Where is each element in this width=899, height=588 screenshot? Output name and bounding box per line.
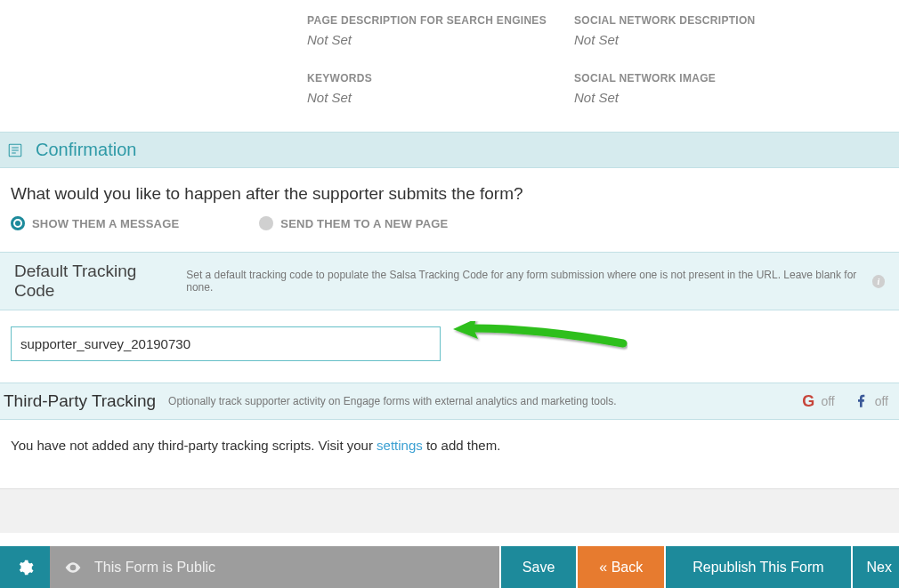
- third-party-title: Third-Party Tracking: [4, 391, 156, 411]
- google-state: off: [821, 394, 834, 408]
- meta-value: Not Set: [307, 32, 574, 47]
- annotation-arrow-icon: [450, 321, 628, 353]
- meta-social-image: SOCIAL NETWORK IMAGE Not Set: [574, 72, 841, 105]
- third-party-body: You have not added any third-party track…: [0, 420, 899, 488]
- confirmation-question: What would you like to happen after the …: [11, 184, 888, 204]
- below-gap: [0, 488, 899, 533]
- footer-bar: This Form is Public Save « Back Republis…: [0, 546, 899, 588]
- settings-link[interactable]: settings: [377, 438, 423, 453]
- help-icon[interactable]: i: [872, 275, 885, 288]
- default-tracking-input[interactable]: [11, 326, 441, 361]
- meta-page-description: PAGE DESCRIPTION FOR SEARCH ENGINES Not …: [307, 14, 574, 47]
- back-label: « Back: [599, 560, 643, 576]
- eye-icon: [64, 559, 82, 576]
- default-tracking-body: [0, 310, 899, 383]
- gear-icon: [16, 559, 34, 576]
- form-icon: [7, 142, 23, 158]
- meta-label: SOCIAL NETWORK IMAGE: [574, 72, 841, 85]
- confirmation-title: Confirmation: [36, 140, 136, 160]
- settings-button[interactable]: [0, 546, 50, 588]
- radio-show-message[interactable]: SHOW THEM A MESSAGE: [11, 216, 179, 230]
- third-party-text-before: You have not added any third-party track…: [11, 438, 377, 453]
- next-label: Nex: [867, 560, 892, 576]
- facebook-state: off: [875, 394, 888, 408]
- third-party-text-after: to add them.: [423, 438, 501, 453]
- republish-label: Republish This Form: [692, 560, 823, 576]
- meta-value: Not Set: [574, 32, 841, 47]
- third-party-header: Third-Party Tracking Optionally track su…: [0, 383, 899, 420]
- visibility-indicator[interactable]: This Form is Public: [50, 546, 499, 588]
- confirmation-header: Confirmation: [0, 132, 899, 168]
- back-button[interactable]: « Back: [578, 546, 664, 588]
- facebook-icon: [854, 394, 869, 408]
- republish-button[interactable]: Republish This Form: [666, 546, 850, 588]
- save-button[interactable]: Save: [501, 546, 576, 588]
- meta-value: Not Set: [307, 90, 574, 105]
- meta-social-description: SOCIAL NETWORK DESCRIPTION Not Set: [574, 14, 841, 47]
- facebook-tracking-toggle[interactable]: off: [854, 394, 888, 408]
- save-label: Save: [522, 560, 555, 576]
- visibility-text: This Form is Public: [94, 560, 215, 576]
- meta-label: SOCIAL NETWORK DESCRIPTION: [574, 14, 841, 27]
- third-party-subtitle: Optionally track supporter activity on E…: [168, 395, 802, 407]
- google-tracking-toggle[interactable]: G off: [802, 392, 834, 411]
- radio-selected-icon: [11, 216, 25, 230]
- metadata-block: PAGE DESCRIPTION FOR SEARCH ENGINES Not …: [0, 0, 899, 132]
- radio-unselected-icon: [259, 216, 273, 230]
- next-button[interactable]: Nex: [853, 546, 899, 588]
- google-icon: G: [802, 392, 814, 411]
- radio-send-new-page[interactable]: SEND THEM TO A NEW PAGE: [259, 216, 448, 230]
- meta-label: KEYWORDS: [307, 72, 574, 85]
- radio-label: SHOW THEM A MESSAGE: [32, 217, 179, 230]
- confirmation-body: What would you like to happen after the …: [0, 168, 899, 252]
- meta-value: Not Set: [574, 90, 841, 105]
- default-tracking-title: Default Tracking Code: [14, 262, 175, 301]
- default-tracking-header: Default Tracking Code Set a default trac…: [0, 252, 899, 310]
- default-tracking-subtitle: Set a default tracking code to populate …: [186, 269, 861, 294]
- meta-label: PAGE DESCRIPTION FOR SEARCH ENGINES: [307, 14, 574, 27]
- meta-keywords: KEYWORDS Not Set: [307, 72, 574, 105]
- radio-label: SEND THEM TO A NEW PAGE: [280, 217, 448, 230]
